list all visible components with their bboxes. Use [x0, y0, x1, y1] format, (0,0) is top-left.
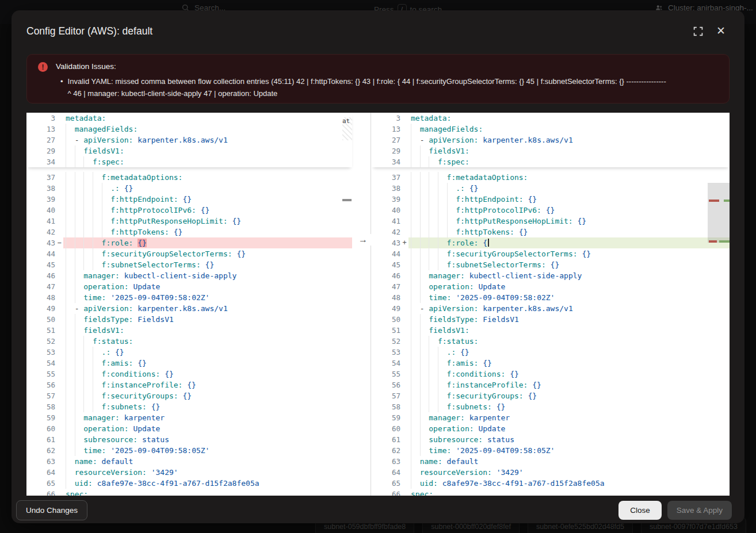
diff-sign: [400, 390, 408, 401]
diff-pane-modified[interactable]: 37f:metadataOptions:38.: {}39f:httpEndpo…: [372, 113, 730, 496]
code-line-56[interactable]: 56f:instanceProfile: {}: [372, 379, 730, 390]
code-line-65[interactable]: 65uid: c8afe97e-38cc-4f91-a767-d15f2a8fe…: [372, 478, 730, 489]
code-line-60[interactable]: 60operation: Update: [26, 423, 352, 434]
scrollbar-slider[interactable]: [708, 183, 730, 243]
original-code-lines[interactable]: 37f:metadataOptions:38.: {}39f:httpEndpo…: [26, 172, 352, 496]
code-line-40[interactable]: 40f:httpProtocolIPv6: {}: [372, 205, 730, 216]
code-line-58[interactable]: 58f:subnets: {}: [26, 401, 352, 412]
code-line-62[interactable]: 62time: '2025-09-04T09:58:05Z': [372, 445, 730, 456]
editor-scrollbar[interactable]: [708, 113, 730, 496]
close-icon[interactable]: ✕: [715, 25, 727, 37]
code-line-40[interactable]: 40f:httpProtocolIPv6: {}: [26, 205, 352, 216]
code-line-46[interactable]: 46manager: kubectl-client-side-apply: [372, 270, 730, 281]
code-line-13[interactable]: 13managedFields:: [372, 124, 730, 135]
line-number: 44: [372, 248, 400, 259]
left-scrollbar-slider[interactable]: [342, 199, 352, 201]
code-line-62[interactable]: 62time: '2025-09-04T09:58:05Z': [26, 445, 352, 456]
code-line-43[interactable]: 43+f:role: {: [372, 237, 730, 248]
code-line-61[interactable]: 61subresource: status: [26, 434, 352, 445]
code-line-38[interactable]: 38.: {}: [372, 183, 730, 194]
code-line-39[interactable]: 39f:httpEndpoint: {}: [372, 194, 730, 205]
code-text: time: '2025-09-04T09:58:05Z': [408, 445, 730, 456]
code-line-59[interactable]: 59manager: karpenter: [26, 412, 352, 423]
code-line-42[interactable]: 42f:httpTokens: {}: [372, 227, 730, 237]
code-line-51[interactable]: 51fieldsV1:: [26, 325, 352, 336]
sticky-scroll-original[interactable]: 3metadata:13managedFields:27- apiVersion…: [26, 113, 352, 167]
diff-sign: [55, 292, 63, 303]
code-line-59[interactable]: 59manager: karpenter: [372, 412, 730, 423]
code-line-57[interactable]: 57f:securityGroups: {}: [26, 390, 352, 401]
code-line-66[interactable]: 66spec:: [26, 489, 352, 496]
code-line-45[interactable]: 45f:subnetSelectorTerms: {}: [26, 259, 352, 270]
code-text: manager: kubectl-client-side-apply: [408, 270, 730, 281]
code-line-50[interactable]: 50fieldsType: FieldsV1: [372, 314, 730, 325]
code-line-49[interactable]: 49- apiVersion: karpenter.k8s.aws/v1: [26, 303, 352, 314]
code-line-42[interactable]: 42f:httpTokens: {}: [26, 227, 352, 237]
code-line-53[interactable]: 53.: {}: [26, 347, 352, 358]
code-text: f:securityGroups: {}: [408, 390, 730, 401]
code-line-38[interactable]: 38.: {}: [26, 183, 352, 194]
code-line-54[interactable]: 54f:amis: {}: [26, 358, 352, 369]
code-line-63[interactable]: 63name: default: [372, 456, 730, 467]
code-text: f:metadataOptions:: [408, 172, 730, 183]
code-line-47[interactable]: 47operation: Update: [372, 281, 730, 292]
code-line-47[interactable]: 47operation: Update: [26, 281, 352, 292]
code-line-27[interactable]: 27- apiVersion: karpenter.k8s.aws/v1: [26, 135, 352, 145]
undo-changes-button[interactable]: Undo Changes: [16, 500, 87, 520]
code-line-65[interactable]: 65uid: c8afe97e-38cc-4f91-a767-d15f2a8fe…: [26, 478, 352, 489]
code-line-53[interactable]: 53.: {}: [372, 347, 730, 358]
code-line-3[interactable]: 3metadata:: [372, 113, 730, 124]
code-line-44[interactable]: 44f:securityGroupSelectorTerms: {}: [372, 248, 730, 259]
code-line-66[interactable]: 66spec:: [372, 489, 730, 496]
code-line-60[interactable]: 60operation: Update: [372, 423, 730, 434]
code-line-27[interactable]: 27- apiVersion: karpenter.k8s.aws/v1: [372, 135, 730, 145]
code-line-45[interactable]: 45f:subnetSelectorTerms: {}: [372, 259, 730, 270]
code-line-29[interactable]: 29fieldsV1:: [26, 145, 352, 156]
diff-pane-original[interactable]: 37f:metadataOptions:38.: {}39f:httpEndpo…: [26, 113, 371, 496]
save-apply-button[interactable]: Save & Apply: [667, 501, 732, 520]
line-number: 64: [372, 467, 400, 478]
line-number: 59: [372, 412, 400, 423]
code-line-56[interactable]: 56f:instanceProfile: {}: [26, 379, 352, 390]
line-number: 27: [26, 135, 55, 145]
close-button[interactable]: Close: [618, 501, 662, 520]
line-number: 53: [26, 347, 55, 358]
code-line-51[interactable]: 51fieldsV1:: [372, 325, 730, 336]
code-line-37[interactable]: 37f:metadataOptions:: [372, 172, 730, 183]
code-line-29[interactable]: 29fieldsV1:: [372, 145, 730, 156]
code-line-63[interactable]: 63name: default: [26, 456, 352, 467]
code-line-61[interactable]: 61subresource: status: [372, 434, 730, 445]
code-line-13[interactable]: 13managedFields:: [26, 124, 352, 135]
code-line-3[interactable]: 3metadata:: [26, 113, 352, 124]
code-line-46[interactable]: 46manager: kubectl-client-side-apply: [26, 270, 352, 281]
code-line-52[interactable]: 52f:status:: [26, 336, 352, 347]
code-line-52[interactable]: 52f:status:: [372, 336, 730, 347]
code-line-58[interactable]: 58f:subnets: {}: [372, 401, 730, 412]
revert-arrow-icon[interactable]: →: [355, 234, 371, 246]
code-line-54[interactable]: 54f:amis: {}: [372, 358, 730, 369]
code-line-41[interactable]: 41f:httpPutResponseHopLimit: {}: [372, 216, 730, 227]
code-line-48[interactable]: 48time: '2025-09-04T09:58:02Z': [372, 292, 730, 303]
code-line-55[interactable]: 55f:conditions: {}: [372, 369, 730, 379]
code-line-34[interactable]: 34f:spec:: [372, 156, 730, 167]
code-line-44[interactable]: 44f:securityGroupSelectorTerms: {}: [26, 248, 352, 259]
fullscreen-icon[interactable]: [692, 25, 704, 37]
code-line-50[interactable]: 50fieldsType: FieldsV1: [26, 314, 352, 325]
code-line-64[interactable]: 64resourceVersion: '3429': [26, 467, 352, 478]
code-line-55[interactable]: 55f:conditions: {}: [26, 369, 352, 379]
sticky-scroll-modified[interactable]: 3metadata:13managedFields:27- apiVersion…: [372, 113, 730, 167]
line-number: 61: [372, 434, 400, 445]
modified-code-lines[interactable]: 37f:metadataOptions:38.: {}39f:httpEndpo…: [372, 172, 730, 496]
code-line-57[interactable]: 57f:securityGroups: {}: [372, 390, 730, 401]
code-line-48[interactable]: 48time: '2025-09-04T09:58:02Z': [26, 292, 352, 303]
yaml-diff-editor[interactable]: 37f:metadataOptions:38.: {}39f:httpEndpo…: [26, 113, 730, 496]
code-line-49[interactable]: 49- apiVersion: karpenter.k8s.aws/v1: [372, 303, 730, 314]
code-line-64[interactable]: 64resourceVersion: '3429': [372, 467, 730, 478]
diff-sign: [55, 336, 63, 347]
code-line-34[interactable]: 34f:spec:: [26, 156, 352, 167]
code-line-37[interactable]: 37f:metadataOptions:: [26, 172, 352, 183]
code-line-41[interactable]: 41f:httpPutResponseHopLimit: {}: [26, 216, 352, 227]
code-line-39[interactable]: 39f:httpEndpoint: {}: [26, 194, 352, 205]
code-text: f:securityGroupSelectorTerms: {}: [63, 248, 352, 259]
code-line-43[interactable]: 43−f:role: {}: [26, 237, 352, 248]
